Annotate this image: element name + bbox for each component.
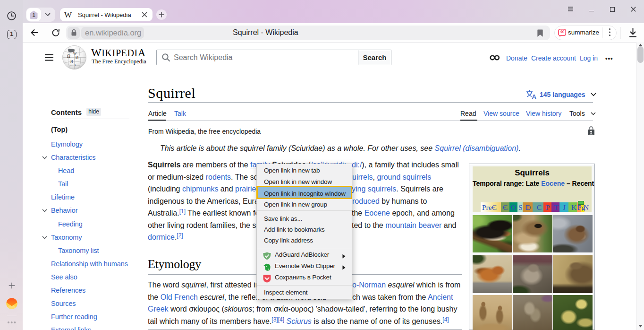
svg-text:И: И xyxy=(75,55,78,60)
svg-text:τ: τ xyxy=(75,62,76,67)
svg-text:Ω: Ω xyxy=(67,53,70,59)
svg-text:Я: Я xyxy=(70,59,73,64)
svg-text:“: “ xyxy=(560,29,564,37)
svg-text:1: 1 xyxy=(32,12,35,18)
svg-text:A: A xyxy=(532,93,537,99)
